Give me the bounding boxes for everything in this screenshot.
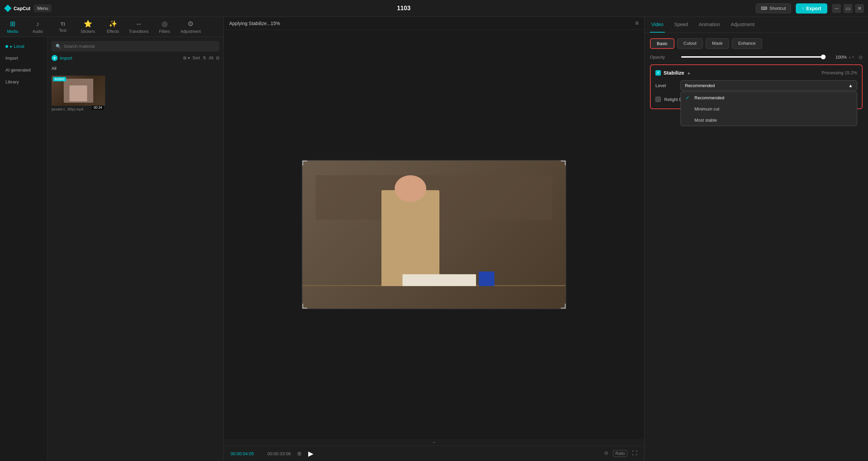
maximize-button[interactable]: ▭: [844, 4, 852, 13]
menu-button[interactable]: Menu: [34, 4, 52, 12]
media-grid: Added 00:34 pexels-t...80p).mp4: [52, 76, 219, 111]
nav-tabs: ⊞ Media ♪ Audio TI Text ⭐ Stickers ✨ Eff…: [0, 17, 223, 37]
list-item[interactable]: Added 00:34 pexels-t...80p).mp4: [52, 76, 105, 111]
tab-text[interactable]: TI Text: [54, 21, 72, 33]
ai-label: AI generated: [5, 67, 31, 73]
opacity-thumb[interactable]: [821, 55, 826, 59]
stabilize-collapse-icon[interactable]: ▲: [687, 71, 691, 75]
play-button[interactable]: ▶: [308, 449, 313, 458]
video-frame: [302, 161, 566, 308]
minimize-button[interactable]: ─: [832, 4, 841, 13]
window-buttons: ─ ▭ ✕: [832, 4, 864, 13]
timeline-icon[interactable]: ⊞: [297, 451, 301, 456]
subtab-mask[interactable]: Mask: [706, 38, 729, 49]
ratio-button[interactable]: Ratio: [613, 450, 627, 457]
recommended-option: Recommended: [694, 95, 724, 100]
dropdown-item-recommended[interactable]: ✓ Recommended: [681, 92, 857, 103]
opacity-keyframe[interactable]: ◇: [859, 54, 863, 60]
level-label: Level: [655, 83, 676, 88]
opacity-value-group: 100% ▲▼: [830, 55, 855, 60]
shortcut-button[interactable]: ⌨ Shortcut: [756, 3, 791, 13]
tab-media[interactable]: ⊞ Media: [3, 20, 22, 34]
tab-adjustment-right[interactable]: Adjustment: [729, 17, 756, 33]
stabilize-label: Stabilize: [664, 70, 684, 76]
right-panel: Video Speed Animation Adjustment Basic C…: [644, 17, 868, 461]
check-icon: ✓: [686, 95, 691, 100]
sort-label[interactable]: Sort: [193, 56, 200, 60]
tab-adjustment[interactable]: ⚙ Adjustment: [180, 20, 201, 34]
preview-header: Applying Stabilize...15% ≡: [224, 17, 644, 30]
tab-filters-label: Filters: [159, 29, 170, 34]
tab-transitions[interactable]: ↔ Transitions: [129, 20, 149, 34]
sidebar-inner: ▸ Local Import AI generated Library 🔍: [0, 37, 223, 461]
opacity-value: 100%: [830, 55, 847, 60]
filter-icon[interactable]: ⊟: [216, 56, 219, 60]
dropdown-item-stable[interactable]: Most stable: [681, 115, 857, 126]
video-placeholder: [302, 161, 566, 308]
opacity-slider[interactable]: [681, 56, 826, 58]
sidebar-item-ai[interactable]: AI generated: [0, 64, 47, 76]
level-dropdown-wrapper: Recommended ▲ ✓ Recommended Minimum cut: [680, 80, 857, 91]
tab-audio-label: Audio: [33, 29, 43, 34]
effects-icon: ✨: [109, 20, 117, 28]
sidebar-item-import[interactable]: Import: [0, 52, 47, 64]
import-button[interactable]: + Import: [52, 55, 72, 61]
subtab-cutout[interactable]: Cutout: [677, 38, 703, 49]
export-button[interactable]: ↑ Export: [796, 3, 827, 14]
preview-area: [224, 30, 644, 439]
opacity-label: Opacity: [650, 55, 677, 60]
minimum-option: Minimum cut: [694, 106, 719, 112]
preview-video: [302, 160, 566, 309]
opacity-spinner[interactable]: ▲▼: [848, 55, 855, 59]
grid-view-icon[interactable]: ⊞ ▾: [183, 56, 190, 60]
tab-stickers[interactable]: ⭐ Stickers: [79, 20, 97, 34]
tab-transitions-label: Transitions: [129, 29, 149, 34]
sidebar-item-local[interactable]: ▸ Local: [0, 40, 47, 52]
subtab-enhance[interactable]: Enhance: [732, 38, 762, 49]
logo-icon: [4, 5, 12, 12]
shortcut-label: Shortcut: [769, 6, 786, 11]
close-button[interactable]: ✕: [855, 4, 864, 13]
tab-video[interactable]: Video: [650, 17, 665, 33]
local-label: ▸ Local: [10, 44, 24, 49]
stabilize-header: ✓ Stabilize ▲ Processing 15.2%: [655, 70, 857, 76]
opacity-fill: [681, 56, 826, 58]
top-bar: CapCut Menu 1103 ⌨ Shortcut ↑ Export ─ ▭…: [0, 0, 868, 17]
app-logo: CapCut: [4, 5, 31, 12]
transitions-icon: ↔: [135, 20, 142, 28]
audio-icon: ♪: [36, 20, 39, 28]
tab-filters[interactable]: ◎ Filters: [155, 20, 174, 34]
relight-checkbox[interactable]: [655, 97, 661, 102]
app-name: CapCut: [14, 6, 31, 11]
check-mark: ✓: [657, 71, 660, 75]
media-duration: 00:34: [92, 105, 104, 106]
dropdown-selected: Recommended: [685, 83, 715, 88]
media-icon: ⊞: [10, 20, 16, 28]
stabilize-checkbox[interactable]: ✓: [655, 70, 661, 76]
subtab-basic[interactable]: Basic: [650, 38, 674, 49]
search-icon: 🔍: [56, 44, 61, 49]
filter-label[interactable]: All: [209, 56, 213, 60]
preview-controls: 00:00:04:05 00:00:33:08 ⊞ ▶ ⊙ Ratio ⛶: [224, 446, 644, 461]
tab-animation[interactable]: Animation: [697, 17, 721, 33]
search-input[interactable]: [64, 44, 215, 49]
tab-speed[interactable]: Speed: [673, 17, 689, 33]
tab-effects[interactable]: ✨ Effects: [104, 20, 122, 34]
level-dropdown-menu: ✓ Recommended Minimum cut Most stable: [680, 92, 857, 126]
center-panel: Applying Stabilize...15% ≡: [224, 17, 644, 461]
tab-audio[interactable]: ♪ Audio: [28, 20, 47, 34]
import-nav-label: Import: [5, 56, 18, 61]
corner-handle-tr: [561, 161, 566, 165]
level-dropdown-button[interactable]: Recommended ▲: [680, 80, 857, 91]
library-label: Library: [5, 79, 19, 84]
preview-menu-icon[interactable]: ≡: [635, 20, 639, 27]
opacity-row: Opacity 100% ▲▼ ◇: [650, 54, 863, 60]
fullscreen-icon[interactable]: ⛶: [632, 450, 637, 457]
corner-handle-bl: [302, 304, 307, 308]
stabilize-icon[interactable]: ⊙: [604, 450, 608, 457]
dropdown-item-minimum[interactable]: Minimum cut: [681, 103, 857, 115]
tab-effects-label: Effects: [107, 29, 119, 34]
media-actions: + Import ⊞ ▾ Sort ⇅ All ⊟: [52, 55, 219, 61]
sidebar-item-library[interactable]: Library: [0, 76, 47, 88]
export-label: Export: [806, 6, 821, 11]
